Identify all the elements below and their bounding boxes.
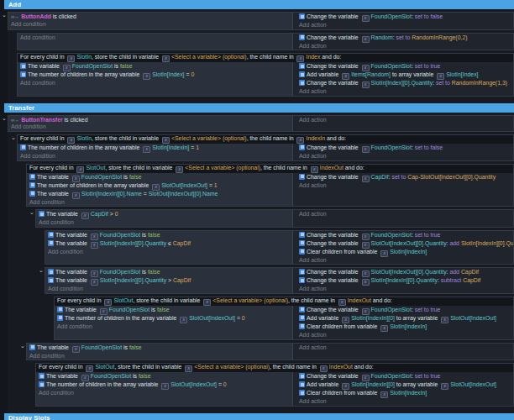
add-action-link[interactable]: Add action <box>296 22 513 29</box>
text-segment: , store the child in variable <box>133 297 202 303</box>
collapse-chevron-icon[interactable]: ⌄ <box>2 12 7 18</box>
add-action-link[interactable]: Add action <box>296 286 513 292</box>
action-row[interactable]: Change the variable xSlotIn[Index][0].Qu… <box>296 80 513 88</box>
for-each-child-header[interactable]: For every child in xSlotOut, store the c… <box>36 364 513 372</box>
add-condition-link[interactable]: Add condition <box>8 21 292 28</box>
action-row[interactable]: Add variable xItems[Random] to array var… <box>296 71 513 80</box>
section-header[interactable]: Transfer <box>4 103 514 113</box>
condition-icon <box>20 144 26 150</box>
add-action-link[interactable]: Add action <box>296 211 513 218</box>
for-each-child-header[interactable]: For every child in xSlotIn, store the ch… <box>18 54 513 62</box>
text-segment: The variable <box>55 232 89 238</box>
condition-row[interactable]: The variable xFoundOpenSlot is false <box>36 373 292 381</box>
add-condition-link[interactable]: Add condition <box>45 286 292 292</box>
action-row[interactable]: Change the variable xFoundOpenSlot: set … <box>296 232 513 240</box>
add-condition-link[interactable]: Add condition <box>45 249 292 255</box>
action-row[interactable]: Change the variable xSlotOut[IndexOut][0… <box>296 240 513 249</box>
event-block[interactable]: For every child in xSlotOut, store the c… <box>35 363 514 407</box>
condition-row[interactable]: The variable xSlotIn[IndexIn][0].Name = … <box>27 191 292 199</box>
add-action-link[interactable]: Add action <box>296 88 513 95</box>
add-action-link[interactable]: Add action <box>296 43 513 50</box>
add-condition-link[interactable]: Add condition <box>27 353 292 360</box>
condition-row[interactable]: The number of children in the array vari… <box>18 144 292 153</box>
action-row[interactable]: Change the variable xFoundOpenSlot: set … <box>296 373 513 381</box>
text-segment: The number of children in the array vari… <box>37 182 150 188</box>
event-block[interactable]: ⌄∞↔ButtonAdd is clickedAdd conditionChan… <box>8 12 514 30</box>
event-block[interactable]: ⌄The variable xCapDif > 0Add conditionAd… <box>35 209 514 228</box>
text-segment: Add variable <box>307 71 340 77</box>
event-block[interactable]: For every child in xSlotOut, store the c… <box>54 297 514 340</box>
text-segment: The variable <box>28 63 61 69</box>
add-action-link[interactable]: Add action <box>296 257 513 264</box>
condition-icon <box>48 277 54 283</box>
condition-row[interactable]: The variable xCapDif > 0 <box>36 211 292 219</box>
add-condition-link[interactable]: Add condition <box>36 390 292 396</box>
condition-row[interactable]: The number of children in the array vari… <box>36 381 292 390</box>
event-block[interactable]: ⌄∞↔ButtonTransfer is clickedAdd conditio… <box>8 115 514 132</box>
add-condition-link[interactable]: Add condition <box>18 153 292 160</box>
condition-row[interactable]: The variable xFoundOpenSlot is false <box>27 174 292 182</box>
condition-row[interactable]: ∞↔ButtonAdd is clicked <box>8 13 292 21</box>
variable-icon: x <box>362 279 370 286</box>
condition-row[interactable]: The number of children in the array vari… <box>55 315 292 323</box>
action-row[interactable]: Change the variable xSlotIn[IndexIn][0].… <box>296 277 513 286</box>
condition-row[interactable]: The number of children in the array vari… <box>27 182 292 191</box>
add-action-link[interactable]: Add action <box>296 344 513 351</box>
add-condition-link[interactable]: Add condition <box>18 34 292 41</box>
text-segment: SlotIn[IndexIn][0].Quantity <box>100 277 166 283</box>
event-block[interactable]: For every child in xSlotOut, store the c… <box>26 164 514 207</box>
add-action-link[interactable]: Add action <box>296 332 513 339</box>
add-condition-link[interactable]: Add condition <box>18 80 292 87</box>
add-condition-link[interactable]: Add condition <box>27 199 292 206</box>
action-row[interactable]: Clear children from variable xSlotIn[Ind… <box>296 249 513 257</box>
event-block[interactable]: The variable xFoundOpenSlot is falseThe … <box>45 230 514 265</box>
conditions-column: The variable xFoundOpenSlot is falseThe … <box>45 231 293 265</box>
condition-row[interactable]: The variable xFoundOpenSlot is false <box>27 344 292 353</box>
condition-row[interactable]: The variable xFoundOpenSlot is false <box>18 63 292 71</box>
add-condition-link[interactable]: Add condition <box>36 219 292 226</box>
collapse-chevron-icon[interactable]: ⌄ <box>11 134 16 141</box>
section-header[interactable]: Display Slots <box>4 413 514 420</box>
action-row[interactable]: Change the variable xFoundOpenSlot: set … <box>296 63 513 71</box>
add-condition-link[interactable]: Add condition <box>8 123 292 130</box>
action-row[interactable]: Change the variable xFoundOpenSlot: set … <box>296 307 513 315</box>
text-segment: Change the variable <box>307 80 360 86</box>
action-row[interactable]: Change the variable xFoundOpenSlot: set … <box>296 13 513 22</box>
for-each-child-header[interactable]: For every child in xSlotOut, store the c… <box>55 297 513 306</box>
event-block[interactable]: For every child in xSlotIn, store the ch… <box>17 53 514 97</box>
event-block[interactable]: Add conditionChange the variable xRandom… <box>17 33 514 51</box>
add-action-link[interactable]: Add action <box>296 398 513 405</box>
add-action-link[interactable]: Add action <box>296 117 513 123</box>
condition-row[interactable]: ∞↔ButtonTransfer is clicked <box>8 117 292 124</box>
section-header[interactable]: Add <box>4 0 514 9</box>
collapse-chevron-icon[interactable]: ⌄ <box>2 115 7 122</box>
condition-row[interactable]: The variable xFoundOpenSlot is false <box>55 307 292 315</box>
condition-row[interactable]: The variable xSlotIn[IndexIn][0].Quantit… <box>45 277 292 286</box>
collapse-chevron-icon[interactable]: ⌄ <box>29 209 34 216</box>
condition-row[interactable]: The variable xFoundOpenSlot is false <box>45 232 292 240</box>
event-block[interactable]: ⌄For every child in xSlotIn, store the c… <box>17 134 514 161</box>
action-row[interactable]: Change the variable xFoundOpenSlot: set … <box>296 144 513 153</box>
for-each-child-header[interactable]: For every child in xSlotOut, store the c… <box>27 165 513 173</box>
event-block[interactable]: ⌄The variable xFoundOpenSlot is falseAdd… <box>26 343 514 361</box>
action-row[interactable]: Change the variable xCapDif: set to Cap-… <box>296 174 513 182</box>
add-action-link[interactable]: Add action <box>296 182 513 189</box>
add-action-link[interactable]: Add action <box>296 153 513 160</box>
collapse-chevron-icon[interactable]: ⌄ <box>20 343 25 349</box>
variable-icon: x <box>91 270 98 277</box>
variable-icon: x <box>437 73 444 80</box>
variable-icon: x <box>162 55 170 62</box>
action-row[interactable]: Clear children from variable xSlotIn[Ind… <box>296 323 513 332</box>
condition-row[interactable]: The variable xSlotIn[IndexIn][0].Quantit… <box>45 240 292 249</box>
for-each-child-header[interactable]: For every child in xSlotIn, store the ch… <box>18 135 513 144</box>
event-block[interactable]: ⌄The variable xFoundOpenSlot is falseThe… <box>45 267 514 294</box>
action-row[interactable]: Add variable xSlotIn[IndexIn][0] to arra… <box>296 315 513 323</box>
condition-row[interactable]: The variable xFoundOpenSlot is false <box>45 269 292 277</box>
action-row[interactable]: Change the variable xRandom: set to Rand… <box>296 34 513 43</box>
condition-row[interactable]: The number of children in the array vari… <box>18 71 292 80</box>
collapse-chevron-icon[interactable]: ⌄ <box>39 267 44 274</box>
action-row[interactable]: Add variable xSlotIn[IndexIn][0] to arra… <box>296 381 513 390</box>
action-row[interactable]: Clear children from variable xSlotIn[Ind… <box>296 390 513 398</box>
action-row[interactable]: Change the variable xSlotOut[IndexOut][0… <box>296 269 513 277</box>
add-condition-link[interactable]: Add condition <box>55 323 292 330</box>
